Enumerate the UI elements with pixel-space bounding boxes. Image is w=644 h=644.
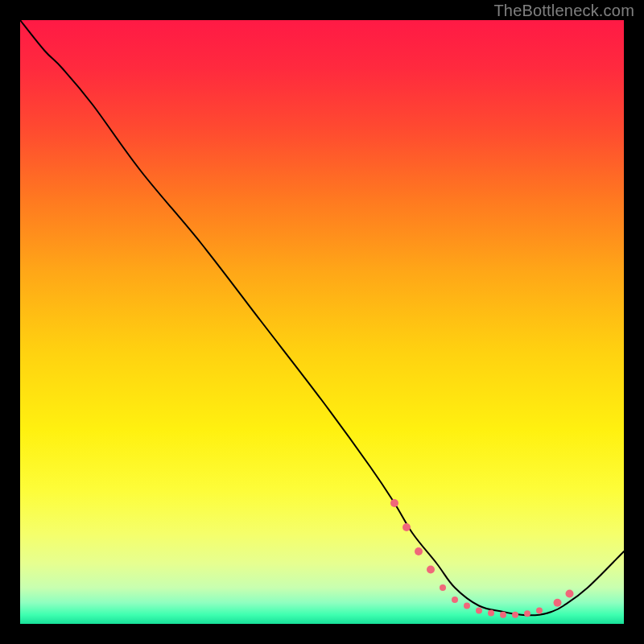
highlight-point <box>464 603 470 609</box>
plot-area <box>20 20 624 624</box>
watermark-text: TheBottleneck.com <box>493 2 634 20</box>
highlight-point <box>452 597 458 603</box>
highlight-point <box>440 584 446 591</box>
highlight-point <box>488 610 494 617</box>
highlight-point <box>566 590 574 598</box>
highlight-point <box>476 608 482 614</box>
highlight-point <box>536 608 543 614</box>
chart-svg <box>20 20 624 624</box>
highlight-point <box>427 566 435 574</box>
gradient-background <box>20 20 624 624</box>
chart-frame: TheBottleneck.com <box>0 0 644 644</box>
highlight-point <box>524 610 530 617</box>
highlight-point <box>390 499 398 507</box>
highlight-point <box>554 599 562 607</box>
highlight-point <box>512 612 518 618</box>
highlight-point <box>500 612 506 618</box>
highlight-point <box>415 547 423 555</box>
highlight-point <box>402 523 411 531</box>
